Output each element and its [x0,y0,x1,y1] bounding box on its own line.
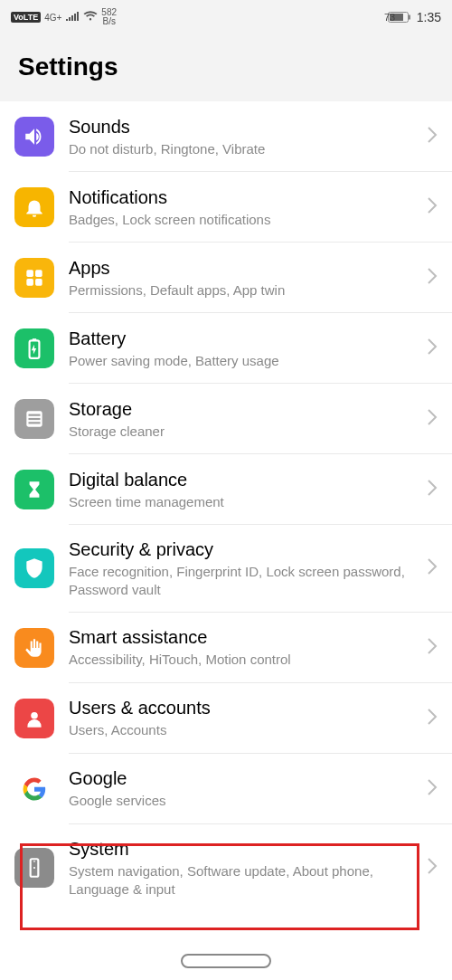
svg-rect-8 [33,338,36,340]
status-bar: VoLTE 4G+ 582 B/s 73 1:35 [0,0,452,34]
svg-rect-1 [409,15,410,20]
network-speed: 582 B/s [101,8,117,26]
svg-rect-11 [29,418,41,420]
chevron-right-icon [427,408,438,430]
settings-list: Sounds Do not disturb, Ringtone, Vibrate… [0,101,452,911]
bell-icon [14,187,54,227]
settings-item-notifications[interactable]: Notifications Badges, Lock screen notifi… [0,172,452,243]
status-left: VoLTE 4G+ 582 B/s [11,8,117,26]
settings-item-storage[interactable]: Storage Storage cleaner [0,384,452,454]
wifi-icon [83,11,98,24]
chevron-right-icon [427,267,438,289]
volte-badge: VoLTE [11,12,41,23]
storage-icon [14,399,54,439]
chevron-right-icon [427,126,438,147]
item-title: Apps [69,256,419,280]
chevron-right-icon [427,637,438,659]
status-right: 73 1:35 [388,10,441,24]
chevron-right-icon [427,338,438,359]
item-title: Users & accounts [69,696,419,719]
item-subtitle: Do not disturb, Ringtone, Vibrate [69,140,419,158]
item-subtitle: Accessibility, HiTouch, Motion control [69,651,419,669]
item-subtitle: System navigation, Software update, Abou… [69,862,419,899]
svg-rect-16 [33,861,35,861]
hand-icon [14,628,54,668]
page-title: Settings [18,52,434,81]
apps-icon [14,258,54,298]
settings-item-smart-assistance[interactable]: Smart assistance Accessibility, HiTouch,… [0,613,452,683]
network-type: 4G+ [44,13,61,23]
item-title: Security & privacy [69,538,419,561]
settings-item-digital-balance[interactable]: Digital balance Screen time management [0,454,452,525]
chevron-right-icon [427,778,438,800]
settings-item-security[interactable]: Security & privacy Face recognition, Fin… [0,525,452,613]
signal-icon [65,11,80,24]
item-title: Battery [69,327,419,350]
svg-point-13 [31,711,38,718]
settings-header: Settings [0,34,452,101]
settings-item-users-accounts[interactable]: Users & accounts Users, Accounts [0,683,452,754]
item-title: Digital balance [69,468,419,491]
item-subtitle: Face recognition, Fingerprint ID, Lock s… [69,563,419,600]
chevron-right-icon [427,196,438,218]
item-title: Smart assistance [69,625,419,649]
item-subtitle: Google services [69,792,419,810]
sound-icon [14,117,54,157]
item-title: Sounds [69,115,419,138]
battery-indicator: 73 [388,11,411,24]
person-icon [14,699,54,738]
chevron-right-icon [427,479,438,500]
svg-rect-5 [26,279,33,286]
nav-pill[interactable] [181,954,271,968]
item-subtitle: Users, Accounts [69,721,419,739]
svg-rect-6 [35,279,42,286]
item-subtitle: Screen time management [69,493,419,511]
item-subtitle: Power saving mode, Battery usage [69,352,419,370]
item-title: Storage [69,397,419,421]
svg-point-15 [33,867,35,869]
item-subtitle: Badges, Lock screen notifications [69,211,419,229]
chevron-right-icon [427,857,438,879]
clock: 1:35 [417,10,441,24]
svg-rect-12 [29,422,41,423]
settings-item-google[interactable]: Google Google services [0,754,452,824]
settings-item-battery[interactable]: Battery Power saving mode, Battery usage [0,313,452,384]
google-icon [14,769,54,809]
item-title: Notifications [69,186,419,209]
settings-item-apps[interactable]: Apps Permissions, Default apps, App twin [0,243,452,313]
svg-rect-4 [35,270,42,277]
nav-bar [0,942,452,980]
battery-icon [14,328,54,368]
item-title: System [69,837,419,861]
svg-rect-3 [26,270,33,277]
settings-item-sounds[interactable]: Sounds Do not disturb, Ringtone, Vibrate [0,101,452,172]
shield-icon [14,548,54,588]
item-subtitle: Permissions, Default apps, App twin [69,281,419,300]
svg-rect-10 [29,414,41,416]
item-title: Google [69,766,419,790]
chevron-right-icon [427,708,438,729]
chevron-right-icon [427,557,438,579]
hourglass-icon [14,470,54,509]
item-subtitle: Storage cleaner [69,423,419,441]
system-icon [14,848,54,888]
settings-item-system[interactable]: System System navigation, Software updat… [0,824,452,912]
